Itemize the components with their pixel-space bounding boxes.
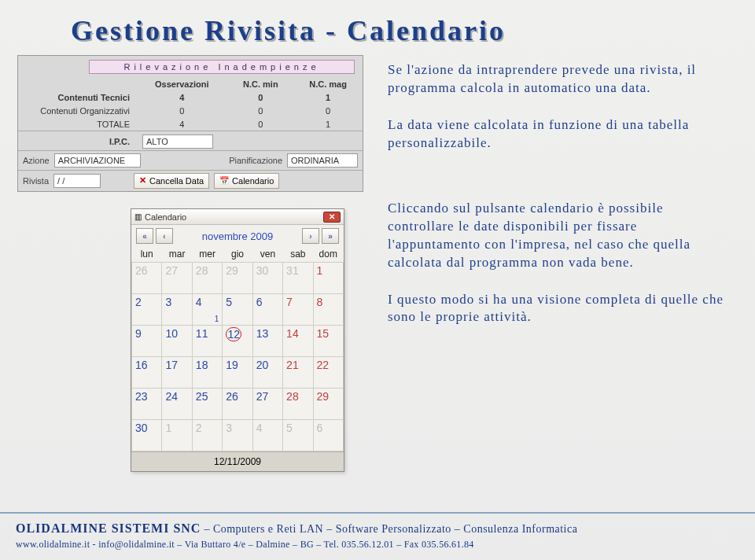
calendar-day[interactable]: 8 [313,294,343,326]
col-ncmag: N.C. mag [293,77,363,90]
calendar-day[interactable]: 27 [252,389,282,420]
calendario-button-label: Calendario [232,176,274,186]
cancella-data-label: Cancella Data [149,176,204,186]
calendar-day[interactable]: 20 [252,357,282,389]
calendar-day[interactable]: 9 [132,326,162,357]
calendario-button[interactable]: 📅 Calendario [214,173,279,189]
calendar-day[interactable]: 23 [132,389,162,420]
prev-year-button[interactable]: « [136,228,153,244]
pianificazione-label: Pianificazione [229,156,282,165]
calendar-icon: 📅 [219,176,229,185]
calendar-day[interactable]: 27 [162,263,192,294]
table-cell: 0 [136,104,228,117]
calendar-day[interactable]: 41 [192,294,222,326]
calendar-dow: mer [192,245,222,263]
azione-label: Azione [23,156,50,165]
page-title: Gestione Rivisita - Calendario [0,0,755,55]
table-cell: 1 [293,90,363,104]
table-row-label: Contenuti Tecnici [18,90,136,104]
calendar-day[interactable]: 22 [313,357,343,389]
footer-line2: www.olidalmine.it - info@olidalmine.it –… [16,539,739,551]
rivista-date-input[interactable]: / / [53,174,101,188]
next-month-button[interactable]: › [302,228,319,244]
next-year-button[interactable]: » [322,228,339,244]
cancella-data-button[interactable]: ✕ Cancella Data [134,173,209,189]
calendar-day[interactable]: 16 [132,357,162,389]
calendar-day[interactable]: 26 [223,389,252,420]
col-ncmin: N.C. min [228,77,294,90]
table-cell: 0 [228,117,294,131]
calendar-day[interactable]: 18 [192,357,222,389]
ipc-value[interactable]: ALTO [142,134,213,149]
calendar-day[interactable]: 13 [252,326,282,357]
rivista-label: Rivista [23,176,49,186]
ipc-label: I.P.C. [18,132,136,150]
calendar-dow: lun [132,245,162,263]
calendar-dow: dom [313,245,343,263]
calendar-day[interactable]: 19 [223,357,252,389]
paragraph-2: La data viene calcolata in funzione di u… [388,116,726,153]
paragraph-1: Se l'azione da intraprendere prevede una… [388,61,726,98]
calendar-day[interactable]: 7 [283,294,313,326]
calendar-day[interactable]: 2 [192,420,222,451]
calendar-day[interactable]: 28 [283,389,313,420]
table-cell: 1 [293,117,363,131]
calendar-grid: lunmarmergiovensabdom 262728293031123415… [131,245,344,451]
calendar-day[interactable]: 10 [162,326,192,357]
calendar-day[interactable]: 6 [313,420,343,451]
calendar-day[interactable]: 12 [223,326,252,357]
col-osservazioni: Osservazioni [136,77,228,90]
calendar-day[interactable]: 26 [132,263,162,294]
calendar-day[interactable]: 29 [313,389,343,420]
table-cell: 4 [136,117,228,131]
page-footer: OLIDALMINE SISTEMI SNC – Computers e Ret… [0,512,755,560]
calendar-day[interactable]: 28 [192,263,222,294]
calendar-day[interactable]: 6 [252,294,282,326]
calendar-dow: ven [252,245,282,263]
calendar-day[interactable]: 14 [283,326,313,357]
table-row-label: Contenuti Organizzativi [18,104,136,117]
calendar-day[interactable]: 4 [252,420,282,451]
azione-value[interactable]: ARCHIVIAZIONE [54,153,141,168]
calendar-day[interactable]: 3 [162,294,192,326]
calendar-day[interactable]: 24 [162,389,192,420]
table-cell: 4 [136,90,228,104]
calendar-day[interactable]: 29 [223,263,252,294]
rilevazione-panel: Rilevazione Inadempienze Osservazioni N.… [17,55,363,192]
calendar-dow: gio [223,245,252,263]
pianificazione-value[interactable]: ORDINARIA [287,153,358,168]
table-cell: 0 [228,104,294,117]
calendar-day[interactable]: 11 [192,326,222,357]
window-icon: ▥ [134,212,142,221]
close-button[interactable]: ✕ [323,212,341,223]
calendar-day[interactable]: 25 [192,389,222,420]
calendar-dow: mar [162,245,192,263]
calendar-footer-date: 12/11/2009 [131,451,344,471]
paragraph-4: I questo modo si ha una visione completa… [388,291,726,327]
calendar-dow: sab [283,245,313,263]
footer-line1: – Computers e Reti LAN – Software Person… [201,523,577,535]
footer-brand: OLIDALMINE SISTEMI SNC [16,521,201,535]
table-cell: 0 [293,104,363,117]
calendar-title: Calendario [145,212,323,222]
calendar-day[interactable]: 30 [132,420,162,451]
table-row-label: TOTALE [18,117,136,131]
calendar-day[interactable]: 5 [223,294,252,326]
calendar-day[interactable]: 1 [313,263,343,294]
calendar-month-label: novembre 2009 [202,230,273,242]
calendar-popup: ▥ Calendario ✕ « ‹ novembre 2009 › » lun… [131,208,344,472]
calendar-day[interactable]: 2 [132,294,162,326]
calendar-day[interactable]: 31 [283,263,313,294]
calendar-day[interactable]: 30 [252,263,282,294]
prev-month-button[interactable]: ‹ [156,228,173,244]
calendar-day[interactable]: 17 [162,357,192,389]
calendar-day[interactable]: 1 [162,420,192,451]
calendar-day[interactable]: 3 [223,420,252,451]
body-text: Se l'azione da intraprendere prevede una… [388,61,726,345]
calendar-day[interactable]: 5 [283,420,313,451]
close-icon: ✕ [139,175,146,186]
calendar-day[interactable]: 21 [283,357,313,389]
calendar-day[interactable]: 15 [313,326,343,357]
calendar-titlebar: ▥ Calendario ✕ [131,209,344,225]
rilevazione-table: Osservazioni N.C. min N.C. mag Contenuti… [18,77,363,150]
